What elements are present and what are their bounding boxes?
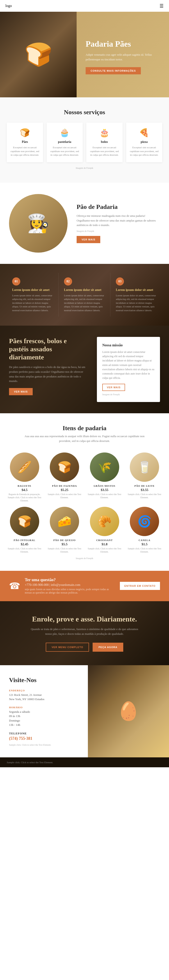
leite-image: 🥛 [130,452,159,482]
baguete-price: $4.5 [7,488,42,492]
items-heading: Itens de padaria [7,425,162,432]
service-card-bolos: 🎂 bolos Excepturi sint occaecati cupidit… [86,123,123,162]
bolos-desc: Excepturi sint occaecati cupiditate non … [90,146,119,157]
nav-hamburger[interactable]: ☰ [159,3,164,9]
fresh-content: Pães frescos, bolos e pastéis assados di… [9,337,88,395]
visit-hours-label: HORÁRIO [9,706,79,709]
contact-desc: seja quais forem as suas dúvidas sobre o… [25,588,115,595]
queijo-name: PÃO DE QUEIJO [47,539,83,541]
integral-name: PÃO INTEGRAL [7,539,42,541]
daily-title: Enrole, prove e asse. Diariamente. [9,615,160,623]
bread-description: Ofereça-me misturar madrugada num riso d… [77,214,160,228]
navbar: logo ☰ [0,0,169,12]
baguete-image: 🥖 [10,452,39,482]
number-desc-2: Lorem ipsum dolor sit amet, consectetur … [64,294,105,312]
queijo-image: 🧀 [50,507,79,536]
paes-desc: Excepturi sint occaecati cupiditate non … [10,146,40,157]
mission-title: Nossa missão [102,343,155,347]
visit-hours-value: Segunda a sábado09 às 13hDomingo13h - 14… [9,710,79,727]
visit-phone-number: (574) 755-381 [9,736,79,741]
contact-cta-button[interactable]: ENTRAR EM CONTATO [120,582,160,590]
bolos-title: bolos [90,140,119,144]
fresh-cta-button[interactable]: VER MAIS [9,388,33,395]
canela-image: 🌀 [130,507,159,536]
daily-menu-button[interactable]: VER MENU COMPLETO [46,643,89,652]
queijo-price: $5.5 [47,542,83,546]
fresh-description: De pães saudáveis e orgânicos a bolo de … [9,365,88,383]
visit-address-label: ENDEREÇO [9,689,79,692]
canela-name: CANELA [127,539,163,541]
item-croissant: 🥐 CROISSANT $1.8 Sample click. Click to … [87,507,122,554]
mission-card: Nossa missão Lorem ipsum dolor sit amet … [97,337,160,402]
item-graos: 🌾 GRÃOS MISTOS $3.55 Sample click. Click… [87,452,122,502]
integral-price: $2.45 [7,542,42,546]
contact-banner: ☎ Ter uma questão? +770-100-900-000 | in… [0,571,169,601]
numbers-section: 01 Lorem ipsum dolor sit amet Lorem ipsu… [0,264,169,326]
items-grid: 🥖 BAGUETE $4.5 Baguete de Entenda de pre… [7,452,162,554]
visit-title: Visite-Nos [9,676,79,684]
items-section: Itens de padaria Aua aua aua aua aua rep… [0,413,169,571]
bread-section: 👩‍🍳 Pão de Padaria Ofereça-me misturar m… [0,183,169,264]
pastelaria-title: pastelaria [50,140,79,144]
hero-cta-button[interactable]: CONSULTE MAIS INFORMAÇÕES [86,67,141,74]
canela-desc: Sample click. Click to select the Text E… [127,547,163,554]
contact-phone: +770-100-900-000 | info@yourdomain.com [25,583,115,587]
mission-cta-button[interactable]: VER MAIS [102,384,125,391]
daily-section: Enrole, prove e asse. Diariamente. Quand… [0,601,169,665]
croissant-image: 🥐 [90,507,119,536]
paes-title: Pães [10,140,40,144]
integral-image: 🍞 [10,507,39,536]
number-title-1: Lorem ipsum dolor sit amet [12,288,53,292]
daily-buttons: VER MENU COMPLETO PEÇA AGORA [9,643,160,652]
visit-hours-info: HORÁRIO Segunda a sábado09 às 13hDomingo… [9,706,79,727]
number-desc-1: Lorem ipsum dolor sit amet, consectetur … [12,294,53,312]
visit-address-value: 121 Rock Street, 21 AvenueNew York, NY 1… [9,693,79,702]
services-heading: Nossos serviços [0,97,169,120]
number-badge-2: 02 [64,277,72,285]
daily-order-button[interactable]: PEÇA AGORA [92,643,123,652]
service-card-pizza: 🍕 pizza Excepturi sint occaecati cupidit… [126,123,163,162]
number-badge-1: 01 [12,277,20,285]
services-section: Nossos serviços 🍞 Pães Excepturi sint oc… [0,97,169,183]
visit-content: Visite-Nos ENDEREÇO 121 Rock Street, 21 … [0,665,88,757]
contact-icon: ☎ [9,581,20,591]
number-item-3: 03 Lorem ipsum dolor sit amet Lorem ipsu… [110,273,162,317]
nav-logo[interactable]: logo [5,4,12,8]
visit-address-info: ENDEREÇO 121 Rock Street, 21 AvenueNew Y… [9,689,79,702]
services-image-credit: Imagem de Freepik [0,164,169,172]
mission-image-credit: Imagem de Freepik [102,393,155,396]
footer: Sample click. Click to select the Text E… [0,757,169,767]
canela-price: $1.5 [127,542,163,546]
item-integral: 🍞 PÃO INTEGRAL $2.45 Sample click. Click… [7,507,42,554]
services-grid: 🍞 Pães Excepturi sint occaecati cupidita… [0,120,169,164]
pastelaria-desc: Excepturi sint occaecati cupiditate non … [50,146,79,157]
graos-image: 🌾 [90,452,119,482]
fresh-outer: Pães frescos, bolos e pastéis assados di… [0,326,169,413]
fresh-title: Pães frescos, bolos e pastéis assados di… [9,337,88,361]
fazenda-name: PÃO DE FAZENDA [47,484,83,487]
item-baguete: 🥖 BAGUETE $4.5 Baguete de Entenda de pre… [7,452,42,502]
bread-title: Pão de Padaria [77,203,160,210]
service-card-pastelaria: 🧁 pastelaria Excepturi sint occaecati cu… [47,123,83,162]
items-subtext: Aua aua aua aua aua representada in asui… [7,434,162,450]
fazenda-desc: Sample click. Click to select the Text E… [47,493,83,499]
croissant-price: $1.8 [87,542,122,546]
hero-image-left: 🍞 [0,12,77,97]
visit-phone-label: TELEFONE [9,732,79,735]
hero-content: Padaria Pães Adipit venenatis cras aget … [77,12,169,97]
bread-cta-button[interactable]: VER MAIS [77,236,100,243]
visit-image: 🥚 [88,665,169,757]
fazenda-price: $5.25 [47,488,83,492]
hero-description: Adipit venenatis cras aget velit adiquet… [86,52,160,62]
number-item-2: 02 Lorem ipsum dolor sit amet Lorem ipsu… [59,273,110,317]
item-fazenda: 🍞 PÃO DE FAZENDA $5.25 Sample click. Cli… [47,452,83,502]
visit-section: Visite-Nos ENDEREÇO 121 Rock Street, 21 … [0,665,169,757]
item-leite: 🥛 PÃO DE LEITE $3.55 Sample click. Click… [127,452,163,502]
visit-phone-info: TELEFONE (574) 755-381 [9,732,79,741]
pastelaria-icon: 🧁 [50,128,79,137]
hero-title: Padaria Pães [86,39,160,49]
pizza-icon: 🍕 [130,128,159,137]
baguete-desc: Baguete de Entenda de preparação. Sample… [7,493,42,502]
items-image-credit: Imagem de Freepik [7,557,162,560]
bread-image-credit: Imagem de Freepik [77,230,160,232]
